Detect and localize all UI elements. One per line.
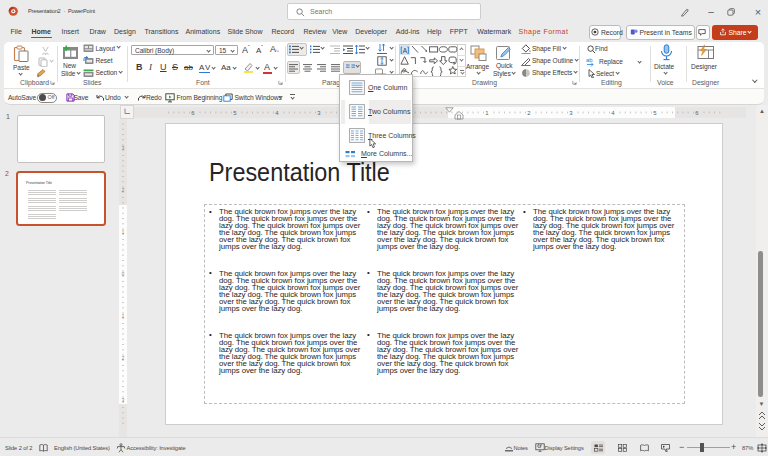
- svg-text:3: 3: [122, 146, 125, 151]
- svg-text:1: 1: [122, 230, 125, 235]
- svg-text:1: 1: [122, 314, 125, 319]
- svg-text:2: 2: [122, 188, 125, 193]
- svg-text:0: 0: [122, 272, 125, 277]
- svg-text:ab: ab: [586, 57, 593, 63]
- svg-text:A: A: [403, 47, 408, 54]
- svg-text:3: 3: [122, 398, 125, 403]
- svg-text:2: 2: [122, 356, 125, 361]
